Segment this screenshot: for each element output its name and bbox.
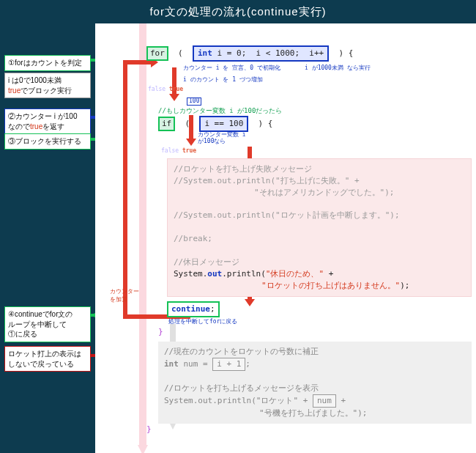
callout-1: ①forはカウントを判定	[4, 55, 91, 71]
callout-1b: i は0で1000未満trueでブロック実行	[4, 73, 91, 98]
for-line: for ( int i = 0; i < 1000; i++ ) {	[146, 45, 472, 62]
diagram-root: for文の処理の流れ(continue実行) ①forはカウントを判定 i は0…	[0, 0, 476, 453]
label-counter-incr: カウンターを加算	[110, 287, 139, 303]
continue-note: 処理を中断してforに戻る	[168, 317, 472, 326]
if-body: //ロケットを打ち上げ失敗メッセージ //System.out.println(…	[167, 158, 472, 297]
l-holiday: System.out.println("休日のため、" +	[174, 268, 465, 280]
c-fail: //ロケットを打ち上げ失敗メッセージ	[174, 163, 465, 175]
c-launch: //ロケットを打ち上げるメッセージを表示	[164, 383, 466, 394]
num-var: num	[313, 394, 336, 408]
c-num: //現在のカウントをロケットの号数に補正	[164, 346, 466, 358]
flow-cont-up	[123, 60, 127, 318]
unreached-block: //現在のカウントをロケットの号数に補正 int num = i + 1; //…	[158, 342, 472, 424]
l-fail1: //System.out.println("打ち上げに失敗。" +	[174, 175, 465, 187]
close-for: }	[146, 424, 472, 435]
callout-5: ロケット打上の表示はしないで戻っている	[4, 346, 91, 372]
num-expr: i + 1	[212, 358, 245, 371]
note-init: カウンター i を 宣言、0 で初期化	[183, 65, 280, 72]
flow-faint	[139, 23, 146, 445]
for-notes: カウンター i を 宣言、0 で初期化 i が1000未満 なら実行 i のカウ…	[183, 62, 472, 85]
l-break: //break;	[174, 233, 465, 245]
l-holiday2: "ロケットの打ち上げはありません。");	[174, 280, 465, 292]
l-fail2: "それはアメリカンドッグでした。");	[174, 187, 465, 199]
if-keyword: if	[158, 117, 175, 131]
l-launch2: "号機を打ち上げました。");	[164, 408, 466, 419]
callout-4: ④continueでfor文のループを中断して①に戻る	[4, 306, 91, 342]
if-cond-note: カウンター変数 iが100なら	[198, 132, 246, 145]
page-title: for文の処理の流れ(continue実行)	[0, 0, 476, 23]
l-abort: //System.out.println("ロケット計画を中断します。");	[174, 210, 465, 221]
badge-100: 100	[187, 97, 201, 106]
l-launch: System.out.println("ロケット" + num +	[164, 394, 466, 408]
close-if: }	[158, 326, 472, 338]
for-keyword: for	[146, 46, 168, 61]
note-step: i のカウント を 1 づつ増加	[183, 77, 263, 84]
continue-stmt: continue;	[167, 301, 220, 317]
note-cond: i が1000未満 なら実行	[305, 65, 371, 72]
if-expr: i == 100	[199, 116, 248, 132]
c-holiday: //休日メッセージ	[174, 257, 465, 268]
annot-100: 100	[187, 95, 472, 106]
for-expr: int i = 0; i < 1000; i++	[193, 45, 329, 62]
for-tf: false true	[148, 85, 472, 94]
if-tf: false true	[161, 147, 472, 155]
code-wrap: for ( int i = 0; i < 1000; i++ ) { カウンター…	[146, 45, 472, 449]
callout-3: ③ブロックを実行する	[4, 133, 91, 150]
if-line: if ( i == 100 ) {	[158, 116, 472, 132]
callout-2: ②カウンター i が100なのでtrueを返す	[4, 108, 91, 134]
code-area: カウンターを加算 for ( int i = 0; i < 1000; i++ …	[95, 23, 476, 453]
l-num: int num = i + 1;	[164, 358, 466, 371]
if-comment: //もしカウンター変数 i が100だったら	[158, 106, 472, 116]
